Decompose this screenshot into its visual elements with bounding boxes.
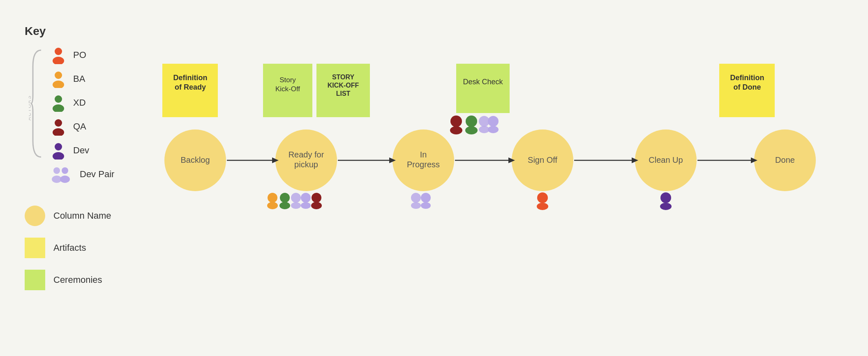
svg-point-11 — [53, 167, 60, 174]
kickoff-list-text3: LIST — [336, 90, 351, 97]
svg-point-9 — [55, 143, 62, 150]
legend-ceremonies: Ceremonies — [25, 270, 111, 290]
desk-check-text1: Desk Check — [463, 78, 503, 86]
dev-icon — [49, 141, 67, 160]
ba-icon — [49, 70, 67, 88]
devpair1-body-below-inprogress — [411, 202, 421, 209]
svg-point-7 — [55, 119, 62, 127]
legend-artifacts: Artifacts — [25, 238, 111, 258]
def-ready-text1: Definition — [173, 74, 208, 82]
key-item-ba: BA — [49, 70, 114, 88]
devpair-label: Dev Pair — [80, 169, 114, 180]
svg-point-14 — [60, 176, 70, 183]
kickoff-list-text1: STORY — [332, 74, 355, 81]
desk-check-note — [456, 64, 510, 113]
kickoff-list-text2: KICK-OFF — [328, 82, 359, 89]
actors-brace-icon: ACTORS — [29, 46, 45, 161]
dev-label: Dev — [73, 145, 89, 156]
legend-column-name: Column Name — [25, 206, 111, 226]
legend-ceremonies-label: Ceremonies — [53, 275, 102, 285]
svg-point-13 — [62, 167, 68, 174]
devpair1-body-below-backlog — [291, 202, 301, 209]
devpair2-head-below-backlog — [301, 193, 311, 203]
qa-head-above-inprogress — [450, 116, 462, 127]
devpair1-head-below-backlog — [291, 193, 301, 203]
xd-body-below-backlog — [279, 202, 290, 209]
main-container: Key ACTORS PO BA — [0, 0, 868, 356]
devpair-icon — [49, 165, 74, 183]
story-kickoff-text1: Story — [279, 76, 296, 84]
po-body-below-signoff — [537, 203, 548, 210]
devpair2-body-below-backlog — [301, 202, 311, 209]
ceremonies-icon — [25, 270, 45, 290]
flow-diagram: Definition of Ready Story Kick-Off STORY… — [123, 0, 863, 356]
artifacts-icon — [25, 238, 45, 258]
svg-text:ACTORS: ACTORS — [29, 95, 32, 120]
svg-point-6 — [53, 104, 64, 112]
legend-section: Column Name Artifacts Ceremonies — [25, 206, 111, 302]
in-progress-text1: In — [420, 150, 427, 159]
xd-label: XD — [73, 97, 86, 108]
xd-icon — [49, 94, 67, 112]
po-head-below-signoff — [537, 192, 548, 203]
def-ready-text2: of Ready — [175, 83, 206, 91]
devpair2-body-above-inprogress — [488, 126, 499, 133]
devpair2-head-below-inprogress — [421, 193, 431, 203]
devpair2-body-below-inprogress — [421, 202, 431, 209]
po-icon — [49, 46, 67, 64]
svg-point-4 — [53, 81, 64, 88]
devpair2-head-above-inprogress — [488, 116, 499, 127]
svg-point-8 — [53, 128, 64, 136]
key-item-po: PO — [49, 46, 114, 64]
key-actors: ACTORS PO BA — [25, 46, 114, 183]
qa-icon — [49, 118, 67, 136]
xd-head-below-backlog — [280, 193, 290, 203]
po-label: PO — [73, 50, 86, 60]
key-item-xd: XD — [49, 94, 114, 112]
xd-head-above-inprogress — [466, 116, 477, 127]
svg-point-1 — [55, 48, 62, 55]
clean-up-label: Clean Up — [649, 155, 683, 164]
in-progress-text2: Progress — [407, 160, 440, 169]
sign-off-label: Sign Off — [528, 155, 557, 164]
backlog-label: Backlog — [180, 155, 210, 164]
dev-body-below-cleanup — [660, 203, 672, 210]
ba-head-below-backlog — [268, 193, 277, 203]
devpair1-head-below-inprogress — [411, 193, 421, 203]
qa-label: QA — [73, 121, 86, 132]
svg-point-10 — [53, 152, 64, 160]
column-name-icon — [25, 206, 45, 226]
key-item-devpair: Dev Pair — [49, 165, 114, 183]
qa-head-below-backlog — [312, 193, 321, 203]
key-title: Key — [25, 25, 114, 38]
def-done-text1: Definition — [730, 74, 764, 82]
qa-body-below-backlog — [311, 202, 322, 209]
key-item-qa: QA — [49, 118, 114, 136]
story-kickoff-text2: Kick-Off — [275, 85, 300, 93]
done-label: Done — [775, 155, 795, 164]
key-item-dev: Dev — [49, 141, 114, 160]
artifacts-label: Artifacts — [53, 243, 86, 253]
ready-pickup-text1: Ready for — [289, 150, 324, 159]
column-name-label: Column Name — [53, 210, 111, 221]
ba-label: BA — [73, 74, 85, 84]
svg-point-5 — [55, 95, 62, 103]
key-section: Key ACTORS PO BA — [25, 25, 114, 189]
xd-body-above-inprogress — [465, 126, 478, 134]
dev-head-below-cleanup — [660, 192, 671, 203]
ready-pickup-text2: pickup — [294, 160, 318, 169]
def-done-text2: of Done — [734, 83, 761, 91]
svg-point-2 — [53, 57, 64, 64]
qa-body-above-inprogress — [450, 126, 462, 134]
svg-point-3 — [55, 72, 62, 79]
ba-body-below-backlog — [267, 202, 278, 209]
